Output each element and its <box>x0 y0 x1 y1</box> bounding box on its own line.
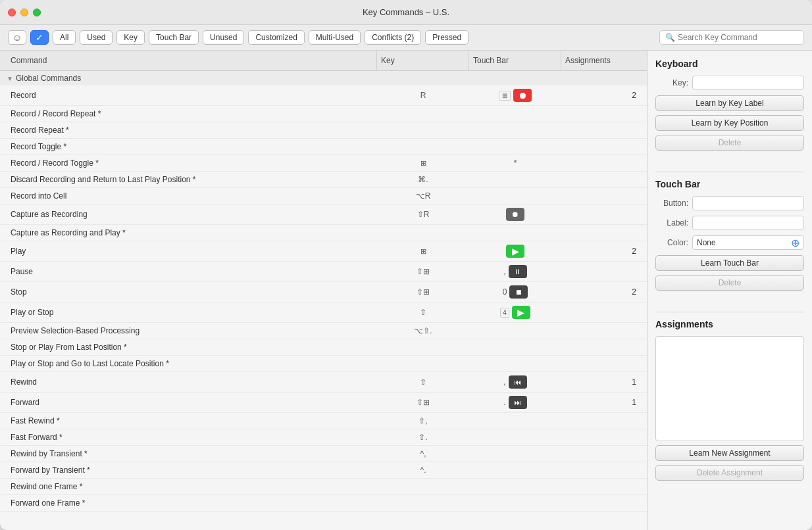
cmd-cell: Fast Rewind * <box>7 413 377 429</box>
table-row[interactable]: Discard Recording and Return to Last Pla… <box>0 172 647 188</box>
cmd-cell: Capture as Recording and Play * <box>7 225 377 241</box>
maximize-button[interactable] <box>33 9 41 16</box>
key-cell: ⌘. <box>377 172 469 187</box>
touchbar-cell <box>469 495 561 511</box>
assign-cell: 2 <box>561 282 640 302</box>
assign-cell <box>561 139 640 155</box>
cmd-cell: Rewind one Frame * <box>7 479 377 494</box>
touchbar-cell <box>469 122 561 138</box>
button-label: Button: <box>655 199 688 208</box>
close-button[interactable] <box>8 9 16 16</box>
filter-btn-used[interactable]: Used <box>80 30 113 45</box>
table-row[interactable]: Pause ⇧⊞ , ⏸ <box>0 262 647 282</box>
filter-btn-all[interactable]: All <box>53 30 76 45</box>
table-row[interactable]: Record into Cell ⌥R <box>0 188 647 205</box>
assign-cell <box>561 205 640 224</box>
touchbar-delete-button[interactable]: Delete <box>655 275 804 291</box>
table-row[interactable]: Forward by Transient * ^. <box>0 462 647 479</box>
table-row[interactable]: Stop ⇧⊞ 0 ⏹ 2 <box>0 282 647 302</box>
touchbar-cell <box>469 446 561 462</box>
filter-btn-multiused[interactable]: Multi-Used <box>309 30 361 45</box>
search-input[interactable] <box>678 33 796 42</box>
table-row[interactable]: Record R ⊞ ⏺ 2 <box>0 85 647 106</box>
cmd-cell: Rewind <box>7 372 377 392</box>
touchbar-cell <box>469 462 561 478</box>
filter-btn-unused[interactable]: Unused <box>203 30 244 45</box>
touchbar-cell <box>469 429 561 445</box>
tb-record-icon: ⏺ <box>513 89 532 102</box>
table-row[interactable]: Forward ⇧⊞ . ⏭ 1 <box>0 393 647 413</box>
button-input[interactable] <box>692 196 804 210</box>
col-key: Key <box>377 51 469 70</box>
assign-cell <box>561 155 640 171</box>
learn-by-label-button[interactable]: Learn by Key Label <box>655 95 804 111</box>
label-field-row: Label: <box>655 216 804 230</box>
key-cell: ⇧⊞ <box>377 262 469 281</box>
tb-capture-icon: ⏺ <box>506 208 524 221</box>
touchbar-cell <box>469 413 561 429</box>
touchbar-cell: . ⏭ <box>469 393 561 412</box>
minimize-button[interactable] <box>20 9 28 16</box>
touchbar-cell <box>469 356 561 372</box>
table-row[interactable]: Record Toggle * <box>0 139 647 155</box>
table-row[interactable]: Forward one Frame * <box>0 495 647 512</box>
table-row[interactable]: Play ⊞ ▶ 2 <box>0 241 647 262</box>
key-cell <box>377 225 469 241</box>
key-input[interactable] <box>692 76 804 90</box>
table-row[interactable]: Record / Record Repeat * <box>0 106 647 122</box>
key-cell <box>377 495 469 511</box>
table-row[interactable]: Play or Stop ⇧ 4 ▶ <box>0 302 647 323</box>
tb-forward-icon: ⏭ <box>509 396 527 409</box>
assign-cell: 2 <box>561 85 640 105</box>
table-row[interactable]: Fast Rewind * ⇧, <box>0 413 647 429</box>
table-row[interactable]: Capture as Recording ⇧R ⏺ <box>0 205 647 225</box>
table-row[interactable]: Rewind ⇧ , ⏮ 1 <box>0 372 647 393</box>
table-row[interactable]: Stop or Play From Last Position * <box>0 339 647 356</box>
filter-btn-touchbar[interactable]: Touch Bar <box>149 30 199 45</box>
touchbar-cell <box>469 106 561 122</box>
assign-cell <box>561 262 640 281</box>
cmd-cell: Stop <box>7 282 377 302</box>
key-cell: ^. <box>377 462 469 478</box>
keyboard-delete-button[interactable]: Delete <box>655 135 804 151</box>
key-cell <box>377 106 469 122</box>
table-row[interactable]: Rewind one Frame * <box>0 479 647 495</box>
filter-btn-pressed[interactable]: Pressed <box>425 30 469 45</box>
key-cell: ⌥R <box>377 188 469 204</box>
table-row[interactable]: Record Repeat * <box>0 122 647 139</box>
filter-btn-customized[interactable]: Customized <box>248 30 304 45</box>
key-cell: ⇧⊞ <box>377 282 469 302</box>
col-assignments: Assignments <box>561 51 640 70</box>
cmd-cell: Play or Stop <box>7 302 377 322</box>
table-row[interactable]: Play or Stop and Go to Last Locate Posit… <box>0 356 647 372</box>
learn-new-assignment-button[interactable]: Learn New Assignment <box>655 445 804 461</box>
color-select[interactable]: None ⊕ <box>692 235 804 250</box>
assign-cell <box>561 356 640 372</box>
table-row[interactable]: Capture as Recording and Play * <box>0 225 647 241</box>
label-input[interactable] <box>692 216 804 230</box>
learn-by-position-button[interactable]: Learn by Key Position <box>655 115 804 131</box>
filter-btn-key[interactable]: Key <box>116 30 145 45</box>
group-header[interactable]: ▼ Global Commands <box>0 71 647 85</box>
table-body[interactable]: ▼ Global Commands Record R ⊞ ⏺ 2 Record … <box>0 71 647 530</box>
assign-cell <box>561 462 640 478</box>
toggle-button[interactable]: ✓ <box>30 30 49 45</box>
touchbar-cell: ⊞ ⏺ <box>469 85 561 105</box>
key-cell: ⊞ <box>377 241 469 261</box>
table-row[interactable]: Rewind by Transient * ^, <box>0 446 647 462</box>
filter-btn-conflicts[interactable]: Conflicts (2) <box>365 30 421 45</box>
color-label: Color: <box>655 238 688 247</box>
assignments-section: Assignments Learn New Assignment Delete … <box>655 319 804 485</box>
table-row[interactable]: Record / Record Toggle * ⊞ * <box>0 155 647 172</box>
touchbar-cell <box>469 323 561 339</box>
tb-pause-icon: ⏸ <box>509 265 527 278</box>
learn-touchbar-button[interactable]: Learn Touch Bar <box>655 255 804 271</box>
assign-cell: 2 <box>561 241 640 261</box>
touchbar-cell <box>469 139 561 155</box>
table-row[interactable]: Preview Selection-Based Processing ⌥⇧. <box>0 323 647 339</box>
delete-assignment-button[interactable]: Delete Assignment <box>655 465 804 481</box>
emoji-button[interactable]: ☺ <box>8 30 26 45</box>
touchbar-cell: , ⏮ <box>469 372 561 392</box>
table-row[interactable]: Fast Forward * ⇧. <box>0 429 647 446</box>
assign-cell <box>561 122 640 138</box>
